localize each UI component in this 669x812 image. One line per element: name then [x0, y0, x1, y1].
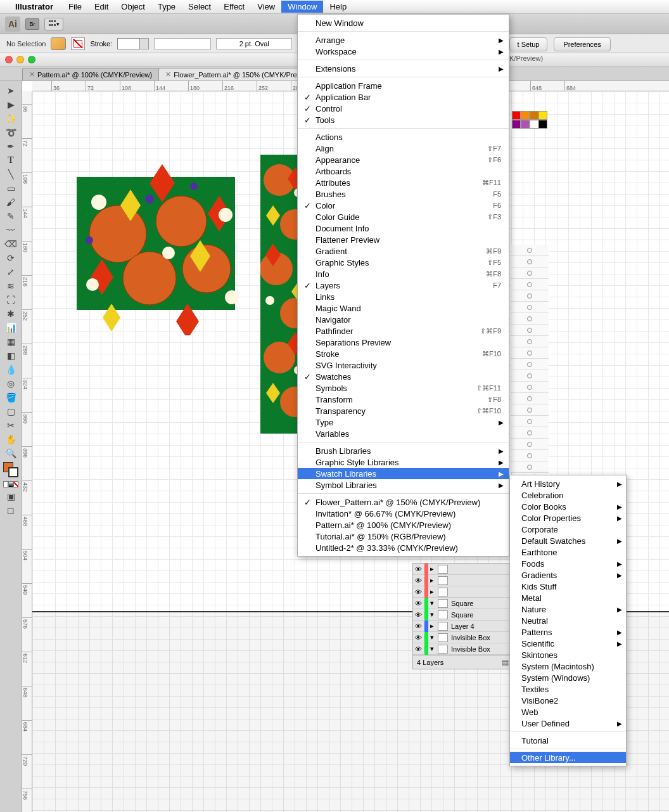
submenu-item[interactable]: System (Windows) [510, 672, 626, 683]
menu-new-window[interactable]: New Window [298, 17, 509, 29]
layer-visibility-icon[interactable]: 👁 [413, 634, 424, 641]
document-tab[interactable]: ✕ Flower_Pattern.ai* @ 150% (CMYK/Previe [158, 68, 313, 81]
color-mode-row[interactable] [2, 479, 20, 489]
swatches-panel-fragment[interactable] [512, 111, 547, 129]
submenu-item[interactable]: Gradients [510, 569, 626, 581]
slice-tool-icon[interactable]: ✂ [2, 418, 20, 432]
menu-transform[interactable]: Transform⇧F8 [298, 394, 509, 405]
blob-brush-tool-icon[interactable]: 〰 [2, 223, 20, 237]
panel-row[interactable] [511, 370, 549, 382]
menu-select[interactable]: Select [182, 1, 217, 13]
panel-row[interactable] [511, 450, 549, 461]
vertical-ruler[interactable]: 3672108144180216252288324360396432468504… [22, 91, 32, 812]
pen-tool-icon[interactable]: ✒ [2, 139, 20, 153]
menu-pathfinder[interactable]: Pathfinder⇧⌘F9 [298, 325, 509, 337]
menu-type-sub[interactable]: Type [298, 416, 509, 428]
swatch-color[interactable] [512, 120, 521, 129]
paintbrush-tool-icon[interactable]: 🖌 [2, 195, 20, 209]
maximize-window-button[interactable] [28, 56, 35, 63]
panel-row[interactable] [511, 359, 549, 370]
submenu-other-library[interactable]: Other Library... [510, 752, 626, 763]
minimize-window-button[interactable] [16, 56, 24, 63]
menu-variables[interactable]: Variables [298, 428, 509, 439]
submenu-item[interactable]: Scientific [510, 638, 626, 649]
menu-appearance[interactable]: Appearance⇧F6 [298, 154, 509, 165]
menu-brushes[interactable]: BrushesF5 [298, 188, 509, 200]
layer-visibility-icon[interactable]: 👁 [413, 611, 424, 619]
menu-object[interactable]: Object [115, 1, 151, 13]
menu-symbol-libraries[interactable]: Symbol Libraries [298, 479, 509, 491]
submenu-item[interactable]: Neutral [510, 615, 626, 626]
selection-tool-icon[interactable]: ➤ [2, 84, 20, 98]
submenu-item[interactable]: Foods [510, 558, 626, 569]
scale-tool-icon[interactable]: ⤢ [2, 265, 20, 279]
menu-open-doc[interactable]: Invitation* @ 66.67% (CMYK/Preview) [298, 508, 509, 519]
menu-arrange[interactable]: Arrange [298, 34, 509, 46]
submenu-item[interactable]: Corporate [510, 524, 626, 535]
screen-mode-icon[interactable]: ▣ [2, 489, 20, 503]
menu-swatches[interactable]: Swatches [298, 371, 509, 382]
menu-open-doc[interactable]: Untitled-2* @ 33.33% (CMYK/Preview) [298, 542, 509, 553]
menu-transparency[interactable]: Transparency⇧⌘F10 [298, 405, 509, 416]
panel-row[interactable] [511, 290, 549, 302]
close-window-button[interactable] [5, 56, 13, 63]
close-tab-icon[interactable]: ✕ [29, 70, 35, 79]
menu-workspace[interactable]: Workspace [298, 46, 509, 57]
fill-stroke-indicator[interactable] [2, 460, 20, 479]
submenu-item[interactable]: Celebration [510, 489, 626, 501]
panel-row[interactable] [511, 325, 549, 336]
menu-type[interactable]: Type [151, 1, 182, 13]
panel-row[interactable] [511, 393, 549, 404]
menu-color[interactable]: ColorF6 [298, 200, 509, 211]
panel-row[interactable] [511, 427, 549, 439]
artboard-tool-icon[interactable]: ▢ [2, 404, 20, 418]
submenu-item[interactable]: Textiles [510, 683, 626, 695]
layer-visibility-icon[interactable]: 👁 [413, 588, 424, 596]
mesh-tool-icon[interactable]: ▦ [2, 335, 20, 349]
menu-open-doc[interactable]: Pattern.ai* @ 100% (CMYK/Preview) [298, 519, 509, 531]
stroke-swatch[interactable] [71, 37, 85, 50]
submenu-item[interactable]: User Defined [510, 718, 626, 729]
document-setup-button[interactable]: t Setup [509, 37, 547, 51]
direct-selection-tool-icon[interactable]: ▶ [2, 98, 20, 112]
type-tool-icon[interactable]: T [2, 153, 20, 167]
submenu-item[interactable]: Nature [510, 603, 626, 615]
brush-preset-dropdown[interactable]: 2 pt. Oval [216, 38, 292, 49]
menu-separations[interactable]: Separations Preview [298, 337, 509, 348]
layer-visibility-icon[interactable]: 👁 [413, 645, 424, 653]
layer-visibility-icon[interactable]: 👁 [413, 577, 424, 584]
menu-open-doc[interactable]: Tutorial.ai* @ 150% (RGB/Preview) [298, 531, 509, 542]
panel-row[interactable] [511, 302, 549, 313]
bridge-icon[interactable]: Br [25, 18, 39, 30]
warp-tool-icon[interactable]: ≋ [2, 279, 20, 293]
menu-application-frame[interactable]: Application Frame [298, 80, 509, 91]
menu-swatch-libraries[interactable]: Swatch Libraries [298, 468, 509, 479]
rectangle-tool-icon[interactable]: ▭ [2, 181, 20, 195]
menu-stroke[interactable]: Stroke⌘F10 [298, 348, 509, 359]
menu-control[interactable]: Control [298, 103, 509, 114]
symbol-sprayer-tool-icon[interactable]: ✱ [2, 307, 20, 321]
panel-row[interactable] [511, 313, 549, 325]
close-tab-icon[interactable]: ✕ [165, 70, 171, 79]
menu-application-bar[interactable]: Application Bar [298, 91, 509, 103]
menu-window[interactable]: Window [281, 1, 323, 13]
gradient-tool-icon[interactable]: ◧ [2, 349, 20, 363]
stroke-weight-dropdown[interactable] [154, 38, 211, 49]
rotate-tool-icon[interactable]: ⟳ [2, 251, 20, 265]
menu-actions[interactable]: Actions [298, 131, 509, 143]
menu-effect[interactable]: Effect [217, 1, 251, 13]
swatch-color[interactable] [538, 111, 547, 120]
menu-color-guide[interactable]: Color Guide⇧F3 [298, 211, 509, 222]
submenu-item[interactable]: Art History [510, 478, 626, 489]
eyedropper-tool-icon[interactable]: 💧 [2, 363, 20, 377]
preferences-button[interactable]: Preferences [554, 37, 611, 51]
panel-row[interactable] [511, 336, 549, 347]
submenu-item[interactable]: Skintones [510, 649, 626, 661]
menu-gradient[interactable]: Gradient⌘F9 [298, 245, 509, 257]
hand-tool-icon[interactable]: ✋ [2, 432, 20, 446]
swatch-color[interactable] [521, 120, 530, 129]
submenu-tutorial[interactable]: Tutorial [510, 735, 626, 746]
menu-brush-libraries[interactable]: Brush Libraries [298, 445, 509, 456]
layer-visibility-icon[interactable]: 👁 [413, 600, 424, 607]
menu-graphic-styles[interactable]: Graphic Styles⇧F5 [298, 257, 509, 268]
